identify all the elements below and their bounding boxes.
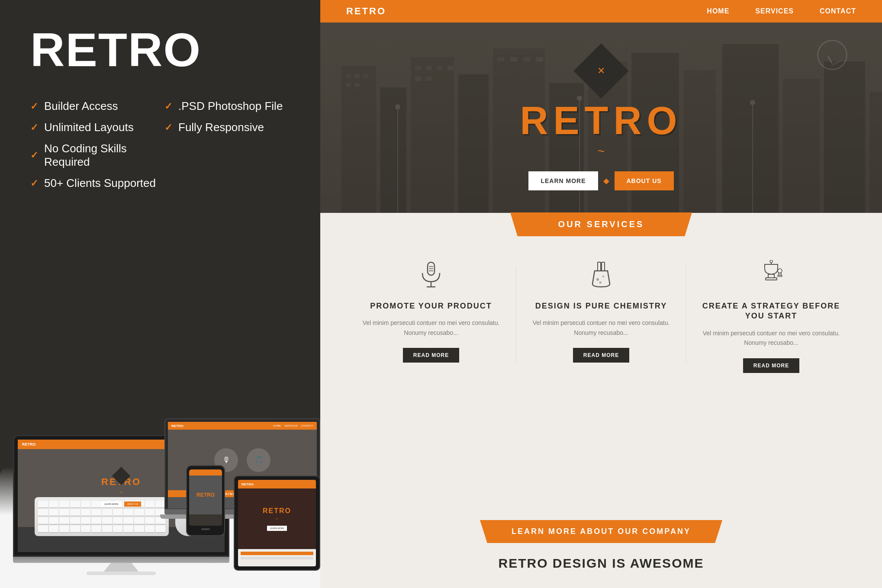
feature-label-psd: .PSD Photoshop File	[178, 100, 283, 113]
service-promote-title: PROMOTE YOUR PRODUCT	[370, 301, 492, 311]
service-design-btn[interactable]: READ MORE	[573, 348, 629, 363]
key	[70, 517, 80, 524]
monitor-stand	[104, 563, 138, 572]
key	[38, 525, 48, 533]
nav-contact[interactable]: CONTACT	[820, 7, 856, 15]
hero-tilde: ~	[598, 145, 605, 158]
hero-about-us-btn[interactable]: ABOUT US	[615, 171, 674, 190]
feature-label-clients: 50+ Clients Supported	[44, 177, 156, 190]
key	[145, 501, 155, 508]
svg-rect-18	[354, 83, 360, 87]
feature-no-coding: ✓ No Coding Skills Required	[30, 142, 156, 169]
screen-learn-more-btn[interactable]: LEARN MORE	[101, 501, 122, 507]
svg-rect-20	[426, 66, 432, 70]
key	[102, 525, 112, 533]
hero-diamond-icon: ✕	[597, 65, 605, 77]
phone-hero-title: RETRO	[196, 492, 215, 498]
hero-content: ✕ RETRO ~ LEARN MORE ◆ ABOUT US	[520, 45, 682, 190]
microphone-icon	[418, 260, 444, 290]
feature-label-layouts: Unlimited Layouts	[44, 121, 134, 134]
phone-frame: RETRO	[186, 465, 225, 536]
nav-home[interactable]: HOME	[707, 7, 729, 15]
key	[49, 525, 59, 533]
phone-mockup: RETRO	[186, 465, 225, 536]
clock-hand-minute	[832, 60, 841, 66]
left-panel: RETRO ✓ Builder Access ✓ Unlimited Layou…	[0, 0, 320, 588]
key	[102, 517, 112, 524]
tablet-mockup: RETRO RETRO ~ LEARN MORE	[234, 476, 320, 571]
tablet-service-bar-1	[241, 552, 313, 555]
tablet-services	[238, 549, 316, 566]
key	[123, 525, 133, 533]
key	[81, 517, 91, 524]
main-title: RETRO	[0, 0, 320, 74]
laptop-card-2: 🎵	[247, 448, 270, 472]
svg-rect-12	[824, 61, 865, 213]
key	[59, 525, 69, 533]
svg-rect-24	[426, 77, 432, 81]
svg-rect-42	[602, 262, 605, 271]
feature-label-coding: No Coding Skills Required	[44, 142, 156, 169]
company-banner: LEARN MORE ABOUT OUR COMPANY	[480, 520, 722, 543]
nav-services[interactable]: SERVICES	[755, 7, 794, 15]
phone-nav	[189, 469, 222, 476]
key	[91, 525, 101, 533]
laptop-nav-contact: CONTACT	[301, 424, 313, 427]
phone-home-button	[201, 528, 210, 530]
screen-brand-label: RETRO	[22, 442, 36, 447]
hero-learn-more-btn[interactable]: LEARN MORE	[528, 171, 598, 190]
svg-rect-14	[346, 74, 351, 78]
service-strategy: CREATE A STRATEGY BEFORE YOU START Vel m…	[686, 258, 856, 373]
laptop-nav-home: HOME	[273, 424, 281, 427]
svg-rect-13	[869, 92, 882, 213]
svg-rect-4	[458, 74, 489, 213]
key	[81, 501, 91, 508]
hero-btn-separator: ◆	[603, 176, 609, 186]
key	[70, 501, 80, 508]
site-brand: RETRO	[346, 6, 386, 17]
key	[38, 509, 48, 516]
svg-rect-47	[766, 278, 777, 280]
check-icon-builder: ✓	[30, 101, 38, 112]
key	[59, 517, 69, 524]
services-banner: OUR SERVICES	[510, 212, 692, 236]
key	[59, 501, 69, 508]
key	[38, 517, 48, 524]
service-promote-desc: Vel minim persecuti contuer no mei vero …	[359, 318, 503, 337]
hero-clock	[817, 40, 847, 70]
service-design-desc: Vel minim persecuti contuer no mei vero …	[529, 318, 673, 337]
svg-rect-19	[415, 66, 421, 70]
key	[123, 517, 133, 524]
laptop-nav-services: SERVICES	[284, 424, 297, 427]
tablet-hero-title: RETRO	[263, 507, 291, 515]
services-banner-text: OUR SERVICES	[558, 219, 644, 229]
svg-point-45	[599, 282, 602, 284]
service-design-icon-wrap	[584, 258, 618, 292]
key	[49, 517, 59, 524]
key	[81, 509, 91, 516]
phone-lower	[189, 514, 222, 526]
tablet-learn-btn[interactable]: LEARN MORE	[267, 526, 286, 531]
key	[70, 525, 80, 533]
key	[145, 509, 155, 516]
monitor-chin	[13, 557, 229, 563]
key	[113, 525, 123, 533]
tablet-tilde: ~	[276, 517, 278, 521]
key	[113, 509, 123, 516]
key	[145, 525, 155, 533]
svg-point-43	[596, 278, 599, 281]
check-icon-psd: ✓	[164, 101, 172, 112]
svg-rect-46	[768, 274, 774, 278]
service-strategy-desc: Vel minim persecuti contuer no mei vero …	[699, 328, 843, 348]
svg-point-44	[602, 276, 604, 277]
screen-about-us-btn[interactable]: ABOUT US	[124, 501, 141, 507]
clock-hand-hour	[827, 56, 833, 64]
svg-point-50	[778, 269, 782, 273]
svg-rect-15	[354, 74, 360, 78]
service-promote-btn[interactable]: READ MORE	[403, 348, 459, 363]
key	[91, 501, 101, 508]
tablet-service-bar-2	[241, 557, 313, 559]
svg-rect-52	[778, 275, 782, 276]
svg-rect-23	[415, 77, 421, 81]
service-strategy-btn[interactable]: READ MORE	[743, 358, 799, 373]
